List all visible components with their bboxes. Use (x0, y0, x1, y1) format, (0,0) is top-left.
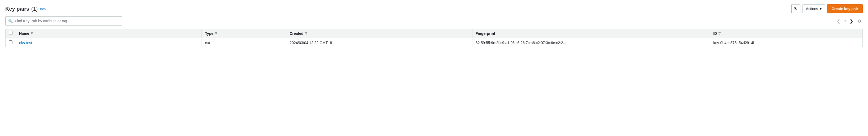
select-all-checkbox[interactable] (9, 31, 12, 35)
search-row: 🔍 ❮ 1 ❯ ⚙ (5, 17, 863, 26)
table-container: Name ▽ Type ▽ Created ▽ (5, 29, 863, 47)
sort-type-icon[interactable]: ▽ (215, 32, 217, 35)
sort-id-icon[interactable]: ▽ (718, 32, 721, 35)
row-id-cell: key-0b4ec875a54d2914f (710, 38, 862, 47)
refresh-button[interactable]: ↻ (792, 4, 800, 13)
title-area: Key pairs (1) Info (5, 6, 45, 12)
row-checkbox-cell (6, 38, 16, 47)
header-checkbox-col (6, 29, 16, 38)
create-key-pair-button[interactable]: Create key pair (827, 4, 863, 13)
key-pairs-table: Name ▽ Type ▽ Created ▽ (6, 29, 862, 47)
col-header-created: Created ▽ (286, 29, 472, 38)
count-badge: (1) (31, 6, 38, 12)
col-header-name: Name ▽ (16, 29, 202, 38)
sort-created-icon[interactable]: ▽ (305, 32, 307, 35)
current-page: 1 (843, 19, 847, 23)
sort-name-icon[interactable]: ▽ (31, 32, 33, 35)
table-row: eks-test rsa 2024/03/04 12:22 GMT+8 82:5… (6, 38, 862, 47)
header-row: Key pairs (1) Info ↻ Actions Create key … (5, 4, 863, 13)
search-icon: 🔍 (8, 19, 13, 23)
header-actions: ↻ Actions Create key pair (792, 4, 863, 13)
search-input[interactable] (15, 19, 119, 23)
row-created-value: 2024/03/04 12:22 GMT+8 (289, 40, 332, 45)
row-name-cell: eks-test (16, 38, 202, 47)
row-id-value: key-0b4ec875a54d2914f (713, 40, 754, 45)
create-label: Create key pair (832, 7, 858, 11)
row-created-cell: 2024/03/04 12:22 GMT+8 (286, 38, 472, 47)
col-header-id: ID ▽ (710, 29, 862, 38)
table-body: eks-test rsa 2024/03/04 12:22 GMT+8 82:5… (6, 38, 862, 47)
actions-button[interactable]: Actions (803, 4, 825, 13)
pagination-area: ❮ 1 ❯ ⚙ (835, 18, 863, 24)
col-header-type: Type ▽ (202, 29, 286, 38)
row-fingerprint-value: 82:59:55:9e:2f:c9:a1:95:c6:26:7c:a6:c2:0… (476, 40, 566, 45)
col-created-label: Created (289, 31, 303, 35)
refresh-icon: ↻ (794, 6, 798, 11)
page-container: Key pairs (1) Info ↻ Actions Create key … (0, 0, 868, 136)
table-header: Name ▽ Type ▽ Created ▽ (6, 29, 862, 38)
next-page-button[interactable]: ❯ (848, 18, 855, 24)
row-name-link[interactable]: eks-test (19, 40, 32, 45)
row-type-cell: rsa (202, 38, 286, 47)
search-box: 🔍 (5, 17, 122, 26)
page-title: Key pairs (5, 6, 29, 12)
prev-page-button[interactable]: ❮ (835, 18, 842, 24)
table-settings-button[interactable]: ⚙ (856, 18, 863, 24)
col-type-label: Type (205, 31, 213, 35)
col-fingerprint-label: Fingerprint (476, 31, 495, 35)
info-link[interactable]: Info (40, 7, 46, 11)
row-fingerprint-cell: 82:59:55:9e:2f:c9:a1:95:c6:26:7c:a6:c2:0… (472, 38, 710, 47)
col-id-label: ID (713, 31, 717, 35)
col-name-label: Name (19, 31, 29, 35)
row-type-value: rsa (205, 40, 210, 45)
chevron-down-icon (820, 7, 822, 11)
actions-label: Actions (806, 7, 818, 11)
col-header-fingerprint: Fingerprint (472, 29, 710, 38)
row-checkbox[interactable] (9, 40, 12, 44)
